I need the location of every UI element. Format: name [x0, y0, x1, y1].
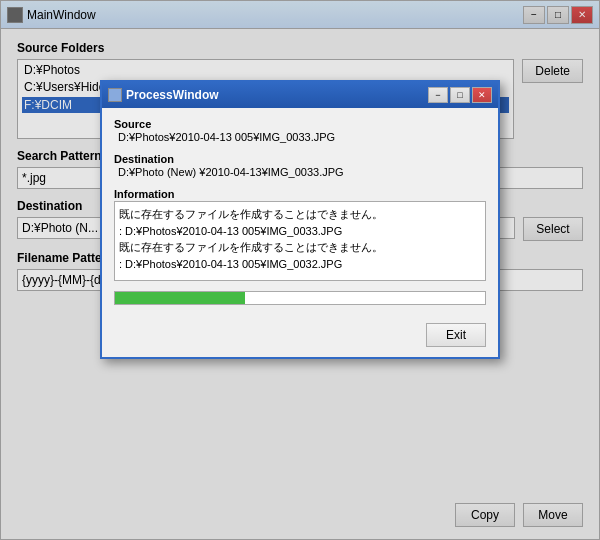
- process-window: ProcessWindow − □ ✕ Source D:¥Photos¥201…: [100, 80, 500, 359]
- process-destination-value: D:¥Photo (New) ¥2010-04-13¥IMG_0033.JPG: [114, 166, 486, 178]
- process-body: Source D:¥Photos¥2010-04-13 005¥IMG_0033…: [102, 108, 498, 319]
- process-information-label: Information: [114, 188, 486, 200]
- process-minimize-button[interactable]: −: [428, 87, 448, 103]
- process-destination-section: Destination D:¥Photo (New) ¥2010-04-13¥I…: [114, 153, 486, 182]
- process-window-overlay: ProcessWindow − □ ✕ Source D:¥Photos¥201…: [0, 0, 600, 540]
- process-information-section: Information 既に存在するファイルを作成することはできません。 : D…: [114, 188, 486, 281]
- process-information-box[interactable]: 既に存在するファイルを作成することはできません。 : D:¥Photos¥201…: [114, 201, 486, 281]
- info-line-0: 既に存在するファイルを作成することはできません。: [119, 206, 481, 223]
- process-destination-label: Destination: [114, 153, 486, 165]
- process-title-bar: ProcessWindow − □ ✕: [102, 82, 498, 108]
- exit-button[interactable]: Exit: [426, 323, 486, 347]
- process-footer: Exit: [102, 319, 498, 357]
- process-app-icon: [108, 88, 122, 102]
- progress-bar-fill: [115, 292, 245, 304]
- info-line-3: : D:¥Photos¥2010-04-13 005¥IMG_0032.JPG: [119, 256, 481, 273]
- process-maximize-button[interactable]: □: [450, 87, 470, 103]
- process-source-label: Source: [114, 118, 486, 130]
- progress-bar-container: [114, 291, 486, 305]
- process-window-title: ProcessWindow: [126, 88, 219, 102]
- process-source-value: D:¥Photos¥2010-04-13 005¥IMG_0033.JPG: [114, 131, 486, 143]
- process-close-button[interactable]: ✕: [472, 87, 492, 103]
- info-line-2: 既に存在するファイルを作成することはできません。: [119, 239, 481, 256]
- info-line-1: : D:¥Photos¥2010-04-13 005¥IMG_0033.JPG: [119, 223, 481, 240]
- process-window-controls: − □ ✕: [428, 87, 492, 103]
- process-source-section: Source D:¥Photos¥2010-04-13 005¥IMG_0033…: [114, 118, 486, 147]
